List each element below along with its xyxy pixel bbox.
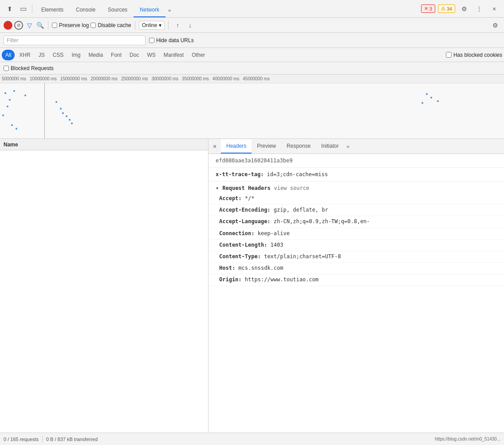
settings-icon[interactable]: ⚙ — [458, 3, 470, 15]
record-button[interactable] — [4, 21, 12, 30]
tab-preview[interactable]: Preview — [252, 139, 281, 154]
blocked-requests-label[interactable]: Blocked Requests — [4, 65, 54, 71]
name-column-header: Name — [0, 139, 208, 150]
detail-panel: × Headers Preview Response Initiator » e… — [209, 139, 504, 433]
filter-bar: Hide data URLs — [0, 33, 504, 48]
section-title: Request Headers — [222, 185, 270, 191]
no-icon: ⊘ — [17, 23, 20, 28]
header-origin: Origin: https://www.toutiao.com — [209, 274, 504, 286]
blocked-requests-bar: Blocked Requests — [0, 62, 504, 75]
network-settings-button[interactable]: ⚙ — [490, 20, 500, 31]
tab-response[interactable]: Response — [281, 139, 316, 154]
preserve-log-checkbox[interactable] — [52, 23, 57, 28]
cursor-icon[interactable]: ⬆ — [4, 3, 16, 15]
timeline-dot — [71, 122, 73, 124]
throttle-dropdown[interactable]: Online ▾ — [139, 21, 165, 30]
more-detail-tabs-btn[interactable]: » — [344, 139, 352, 154]
more-tabs-btn[interactable]: » — [165, 3, 173, 17]
disable-cache-checkbox[interactable] — [91, 23, 96, 28]
detail-content[interactable]: efd080aae3a16020411a3be9 x-tt-trace-tag:… — [209, 154, 504, 433]
tab-console[interactable]: Console — [70, 3, 102, 17]
disable-cache-label[interactable]: Disable cache — [91, 22, 131, 28]
timeline-dot — [2, 114, 4, 116]
filter-icon[interactable]: ▽ — [25, 21, 34, 30]
timeline-dot — [421, 102, 423, 104]
filter-input[interactable] — [4, 35, 146, 45]
hide-data-urls-checkbox[interactable] — [149, 38, 154, 43]
ruler-label-5: 30000000 ms — [150, 76, 180, 81]
tab-elements[interactable]: Elements — [35, 3, 70, 17]
header-accept-language: Accept-Language: zh-CN,zh;q=0.9,zh-TW;q=… — [209, 216, 504, 228]
separator2 — [135, 21, 135, 30]
filter-css[interactable]: CSS — [49, 50, 67, 60]
filter-xhr[interactable]: XHR — [16, 50, 34, 60]
timeline-dot — [11, 124, 13, 126]
timeline-dot — [66, 115, 67, 117]
more-menu-icon[interactable]: ⋮ — [473, 3, 485, 15]
trace-tag-row: x-tt-trace-tag: id=3;cdn-cache=miss — [209, 168, 504, 181]
header-accept: Accept: */* — [209, 193, 504, 205]
tab-network[interactable]: Network — [134, 3, 165, 17]
ruler-label-8: 45000000 ms — [241, 76, 272, 81]
error-icon: ✕ — [424, 6, 428, 12]
type-filter-bar: All XHR JS CSS Img Media Font Doc WS Man… — [0, 48, 504, 62]
error-count: 3 — [429, 6, 432, 12]
devtools-topbar: ⬆ ▭ Elements Console Sources Network » ✕… — [0, 0, 504, 18]
import-har-button[interactable]: ↑ — [172, 20, 183, 31]
requests-count: 0 / 165 requests — [4, 437, 39, 442]
has-blocked-cookies-label: Has blocked cookies — [453, 52, 502, 58]
hash-header-row: efd080aae3a16020411a3be9 — [209, 154, 504, 168]
filter-js[interactable]: JS — [35, 50, 48, 60]
timeline-dot — [55, 101, 57, 103]
separator — [32, 4, 32, 13]
warn-count: 34 — [447, 6, 452, 12]
warn-badge[interactable]: ⚠ 34 — [438, 4, 455, 13]
close-devtools-btn[interactable]: × — [488, 3, 500, 15]
status-sep — [42, 436, 43, 443]
online-label: Online — [142, 22, 158, 28]
transferred-size: 0 B / 837 kB transferred — [46, 437, 98, 442]
header-content-length: Content-Length: 1403 — [209, 240, 504, 251]
chevron-down-icon: ▾ — [159, 22, 161, 28]
tab-headers[interactable]: Headers — [221, 139, 252, 154]
main-tabs: Elements Console Sources Network » — [35, 0, 173, 17]
filter-manifest[interactable]: Manifest — [160, 50, 187, 60]
hide-data-urls-label[interactable]: Hide data URLs — [149, 37, 194, 43]
filter-doc[interactable]: Doc — [126, 50, 142, 60]
main-content-area: Name × Headers Preview Response Initiato… — [0, 139, 504, 433]
timeline-playhead — [44, 83, 45, 139]
ruler-label-6: 35000000 ms — [180, 76, 211, 81]
timeline-area: 5000000 ms 10000000 ms 15000000 ms 20000… — [0, 75, 504, 139]
view-source-link[interactable]: view source — [274, 185, 309, 191]
timeline-dot — [62, 112, 64, 114]
filter-media[interactable]: Media — [85, 50, 106, 60]
ruler-label-0: 5000000 ms — [0, 76, 28, 81]
search-icon[interactable]: 🔍 — [35, 21, 44, 30]
timeline-dot — [4, 92, 6, 94]
filter-all[interactable]: All — [2, 50, 15, 60]
status-bar: 0 / 165 requests 0 B / 837 kB transferre… — [0, 433, 504, 445]
preserve-log-label[interactable]: Preserve log — [52, 22, 89, 28]
close-detail-button[interactable]: × — [210, 142, 219, 151]
trace-tag-value-text: id=3;cdn-cache=miss — [267, 171, 328, 177]
tab-initiator[interactable]: Initiator — [316, 139, 344, 154]
ruler-label-2: 15000000 ms — [59, 76, 89, 81]
header-content-type: Content-Type: text/plain;charset=UTF-8 — [209, 251, 504, 263]
ruler-label-3: 20000000 ms — [89, 76, 119, 81]
error-badge[interactable]: ✕ 3 — [421, 4, 435, 13]
blocked-requests-checkbox[interactable] — [4, 66, 9, 71]
filter-img[interactable]: Img — [68, 50, 84, 60]
arrow-icon: ▾ — [216, 185, 219, 191]
export-har-button[interactable]: ↓ — [185, 20, 195, 31]
hash-value: efd080aae3a16020411a3be9 — [216, 158, 292, 164]
clear-button[interactable]: ⊘ — [14, 21, 23, 30]
has-blocked-cookies-checkbox[interactable] — [446, 52, 452, 58]
timeline-dot — [24, 95, 26, 96]
filter-font[interactable]: Font — [107, 50, 125, 60]
filter-ws[interactable]: WS — [143, 50, 159, 60]
filter-other[interactable]: Other — [188, 50, 209, 60]
mobile-icon[interactable]: ▭ — [17, 3, 29, 15]
warn-icon: ⚠ — [441, 6, 445, 12]
has-blocked-cookies-container: Has blocked cookies — [446, 52, 502, 58]
tab-sources[interactable]: Sources — [102, 3, 134, 17]
